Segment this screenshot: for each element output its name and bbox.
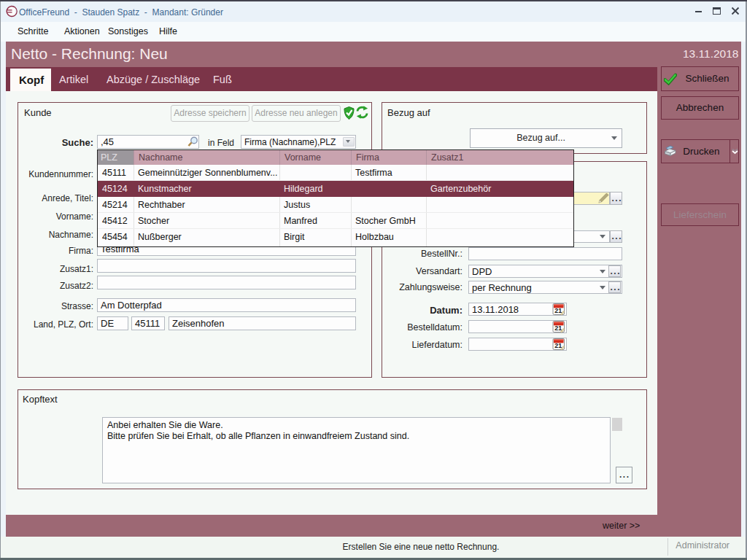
svg-text:21: 21 xyxy=(554,324,562,332)
svg-text:21: 21 xyxy=(554,342,562,349)
svg-text:21: 21 xyxy=(554,307,562,314)
